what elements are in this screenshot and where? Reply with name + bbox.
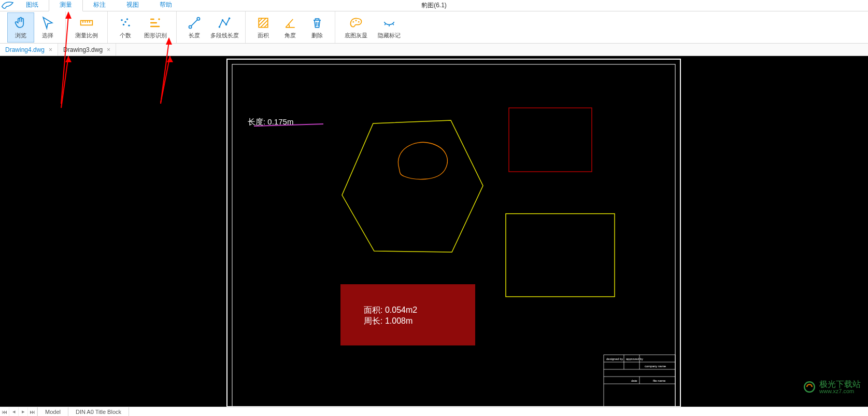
drawing-canvas: designed by approved by company name dat…: [0, 56, 868, 407]
annotation-arrow-2: [161, 56, 173, 103]
tool-label: 角度: [284, 32, 296, 39]
hand-icon: [13, 15, 29, 31]
hatch-icon: [255, 15, 271, 31]
tool-delete[interactable]: 删除: [304, 12, 331, 43]
tool-length[interactable]: 长度: [181, 12, 208, 43]
tool-area[interactable]: 面积: [250, 12, 277, 43]
shape-blob: [398, 142, 447, 179]
cursor-icon: [40, 15, 55, 31]
area-line2: 周长: 1.008m: [364, 316, 412, 325]
ribbon-group-count: 个数 图形识别: [108, 11, 177, 43]
svg-point-17: [358, 21, 360, 23]
tool-label: 测量比例: [75, 32, 98, 39]
titleblock-designed-by: designed by: [606, 357, 623, 360]
tool-label: 长度: [189, 32, 200, 39]
bottom-bar: ⏮ ◂ ▸ ⏭ Model DIN A0 Title Block: [0, 407, 868, 416]
tool-label: 多段线长度: [210, 32, 239, 39]
tool-scale[interactable]: 测量比例: [70, 12, 103, 43]
tool-label: 删除: [311, 32, 323, 39]
tool-label: 浏览: [15, 32, 26, 39]
tool-shapedetect[interactable]: 图形识别: [139, 12, 172, 43]
tool-label: 底图灰显: [345, 32, 367, 39]
ribbon-group-nav: 浏览 选择: [3, 11, 66, 43]
area-line1: 面积: 0.054m2: [364, 306, 417, 314]
titleblock-filename: file name: [653, 379, 666, 382]
palette-icon: [348, 15, 364, 31]
annotation-arrow-1: [61, 56, 72, 108]
svg-point-3: [123, 24, 125, 26]
cad-viewport[interactable]: designed by approved by company name dat…: [0, 56, 868, 407]
svg-rect-14: [259, 18, 268, 27]
svg-rect-0: [81, 21, 93, 25]
polyline-icon: [217, 15, 232, 31]
layout-tab-dina0[interactable]: DIN A0 Title Block: [68, 407, 129, 416]
tool-label: 图形识别: [144, 32, 167, 39]
svg-line-30: [161, 56, 170, 103]
menu-drawings[interactable]: 图纸: [16, 0, 49, 11]
file-tabs: Drawing4.dwg × Drawing3.dwg ×: [0, 44, 868, 56]
menubar: 图纸 测量 标注 视图 帮助 豹图(6.1): [0, 0, 868, 11]
layout-nav-arrows: ⏮ ◂ ▸ ⏭: [0, 407, 38, 416]
menu-view[interactable]: 视图: [116, 0, 149, 11]
file-tab[interactable]: Drawing4.dwg ×: [0, 44, 58, 56]
bars-icon: [148, 15, 163, 31]
eye-closed-icon: [381, 15, 397, 31]
tool-graybase[interactable]: 底图灰显: [339, 12, 373, 43]
ruler-icon: [79, 15, 94, 31]
dots-icon: [118, 15, 133, 31]
tool-label: 选择: [42, 32, 53, 39]
tool-polyline-length[interactable]: 多段线长度: [208, 12, 241, 43]
close-icon[interactable]: ×: [49, 46, 52, 53]
svg-rect-18: [227, 59, 680, 407]
prev-icon[interactable]: ◂: [9, 407, 19, 416]
tool-label: 个数: [120, 32, 131, 39]
svg-point-16: [355, 20, 357, 21]
titleblock-date: date: [631, 379, 637, 382]
tool-label: 隐藏标记: [378, 32, 401, 39]
next-icon[interactable]: ▸: [19, 407, 28, 416]
menu-annotate[interactable]: 标注: [83, 0, 116, 11]
tool-count[interactable]: 个数: [112, 12, 139, 43]
svg-point-2: [126, 18, 129, 20]
svg-line-9: [191, 20, 197, 26]
close-icon[interactable]: ×: [107, 46, 110, 53]
tool-angle[interactable]: 角度: [277, 12, 304, 43]
menu-measure[interactable]: 测量: [49, 0, 83, 11]
titleblock-approved-by: approved by: [626, 357, 643, 360]
app-logo: [0, 0, 16, 11]
shape-yellow-rect: [506, 214, 615, 297]
svg-point-15: [352, 21, 354, 23]
titleblock-company: company name: [645, 365, 666, 368]
shape-red-rect: [509, 108, 592, 172]
svg-point-4: [128, 25, 130, 27]
file-tab-label: Drawing3.dwg: [63, 46, 103, 53]
layout-tab-model[interactable]: Model: [38, 407, 68, 416]
svg-point-11: [222, 19, 224, 21]
ribbon-group-areadel: 面积 角度 删除: [246, 11, 335, 43]
svg-rect-19: [232, 64, 675, 407]
svg-marker-31: [167, 56, 173, 62]
svg-line-28: [61, 56, 68, 108]
file-tab-label: Drawing4.dwg: [5, 46, 45, 53]
area-result-box: [340, 284, 475, 345]
shape-hexagon: [342, 120, 483, 252]
ribbon-group-length: 长度 多段线长度: [177, 11, 246, 43]
line-icon: [187, 15, 202, 31]
ribbon: 浏览 选择 测量比例 个数 图形识别: [0, 11, 868, 44]
tool-browse[interactable]: 浏览: [7, 12, 34, 43]
tool-hidemarks[interactable]: 隐藏标记: [373, 12, 406, 43]
angle-icon: [282, 15, 298, 31]
length-annotation: 长度: 0.175m: [248, 117, 293, 126]
ribbon-group-display: 底图灰显 隐藏标记: [335, 11, 410, 43]
tool-select[interactable]: 选择: [34, 12, 61, 43]
tool-label: 面积: [258, 32, 269, 39]
first-icon[interactable]: ⏮: [0, 407, 9, 416]
menu-help[interactable]: 帮助: [149, 0, 182, 11]
ribbon-group-scale: 测量比例: [66, 11, 108, 43]
trash-icon: [309, 15, 325, 31]
last-icon[interactable]: ⏭: [28, 407, 37, 416]
svg-point-10: [219, 26, 221, 28]
file-tab[interactable]: Drawing3.dwg ×: [58, 44, 116, 56]
svg-point-5: [124, 21, 126, 23]
svg-marker-29: [65, 56, 72, 62]
